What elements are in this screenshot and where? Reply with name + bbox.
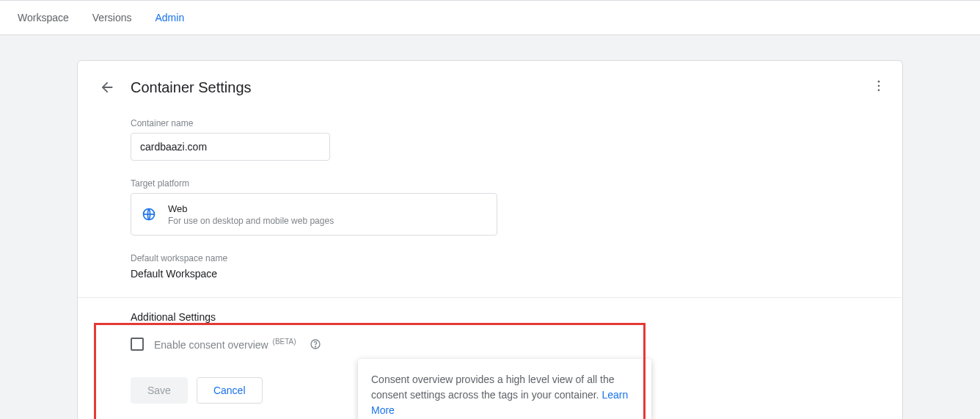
tooltip-text: Consent overview provides a high level v…: [371, 374, 615, 401]
consent-checkbox-row: Enable consent overview (BETA): [131, 338, 882, 351]
beta-tag: (BETA): [273, 338, 296, 346]
top-nav: Workspace Versions Admin: [0, 0, 980, 35]
nav-workspace[interactable]: Workspace: [18, 12, 69, 23]
overflow-menu-icon[interactable]: [870, 77, 888, 95]
page-background: Container Settings Container name Target…: [0, 35, 980, 419]
target-platform-label: Target platform: [131, 178, 882, 189]
additional-settings-section: Additional Settings Enable consent overv…: [131, 311, 882, 404]
section-divider: [78, 297, 902, 298]
target-platform-box[interactable]: Web For use on desktop and mobile web pa…: [131, 193, 497, 236]
platform-subtitle: For use on desktop and mobile web pages: [168, 216, 334, 226]
platform-title: Web: [168, 203, 334, 214]
additional-settings-heading: Additional Settings: [131, 311, 882, 323]
back-arrow-icon[interactable]: [98, 79, 116, 96]
globe-icon: [142, 207, 156, 222]
svg-point-5: [315, 346, 315, 347]
consent-tooltip: Consent overview provides a high level v…: [358, 359, 651, 419]
page-title: Container Settings: [131, 79, 252, 96]
save-button[interactable]: Save: [131, 377, 188, 404]
container-name-label: Container name: [131, 118, 882, 128]
svg-point-1: [878, 85, 880, 87]
workspace-name-label: Default workspace name: [131, 253, 882, 263]
cancel-button[interactable]: Cancel: [197, 377, 263, 404]
help-icon[interactable]: [310, 338, 321, 350]
svg-point-0: [878, 81, 880, 83]
nav-admin[interactable]: Admin: [155, 12, 184, 23]
consent-checkbox-label: Enable consent overview (BETA): [154, 338, 296, 351]
workspace-name-value: Default Workspace: [131, 268, 882, 280]
card-header: Container Settings: [98, 79, 882, 96]
consent-label-text: Enable consent overview: [154, 339, 268, 351]
consent-checkbox[interactable]: [131, 338, 144, 351]
nav-versions[interactable]: Versions: [92, 12, 132, 23]
container-name-input[interactable]: [131, 133, 330, 161]
settings-card: Container Settings Container name Target…: [77, 60, 903, 419]
form-block: Container name Target platform Web For u…: [131, 118, 882, 280]
svg-point-2: [878, 90, 880, 92]
